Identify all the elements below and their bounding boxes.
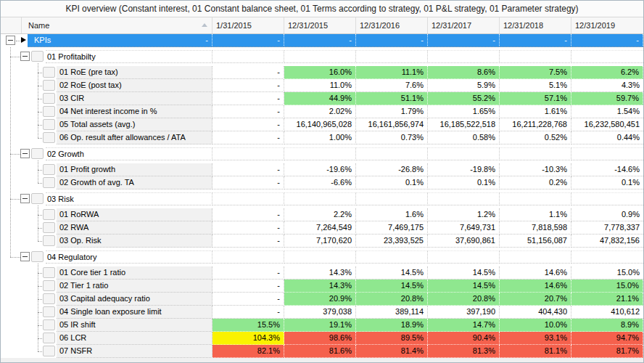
row-indicator-cell[interactable]	[43, 267, 55, 278]
value-cell[interactable]	[356, 50, 428, 63]
value-cell[interactable]: 1.1%	[500, 208, 571, 221]
value-cell[interactable]: 7,649,731	[428, 221, 500, 234]
row-label[interactable]: 02 RoE (post tax)	[57, 79, 212, 92]
kpi-row[interactable]: 05 IR shift 15.5% 19.1% 18.9% 14.7% 10.0…	[1, 319, 643, 332]
value-cell[interactable]: 7,818,598	[500, 221, 571, 234]
value-cell[interactable]: -	[571, 34, 643, 47]
row-indicator-cell[interactable]	[31, 251, 44, 262]
value-cell[interactable]: 104.3%	[212, 332, 284, 345]
value-cell[interactable]: 8.6%	[428, 66, 500, 79]
value-cell[interactable]: -	[212, 293, 284, 306]
row-label[interactable]: 02 Tier 1 ratio	[57, 280, 212, 293]
value-cell[interactable]: 14.7%	[428, 319, 500, 332]
value-cell[interactable]	[284, 250, 356, 264]
value-cell[interactable]: 20.7%	[500, 293, 571, 306]
value-cell[interactable]: 0.1%	[356, 176, 428, 189]
value-cell[interactable]	[284, 50, 356, 63]
value-cell[interactable]: 81.3%	[428, 345, 500, 358]
value-cell[interactable]: 19.1%	[284, 319, 356, 332]
value-cell[interactable]	[571, 250, 643, 264]
value-cell[interactable]: 397,190	[428, 306, 500, 319]
value-cell[interactable]	[212, 50, 284, 63]
value-cell[interactable]: -	[212, 280, 284, 293]
value-cell[interactable]: 93.1%	[500, 332, 571, 345]
value-cell[interactable]: 47,832,156	[571, 234, 643, 248]
row-indicator-cell[interactable]	[31, 148, 44, 159]
group-row[interactable]: 01 Profitabilty	[1, 50, 643, 63]
kpi-root-row[interactable]: KPIs - - - - - - -	[1, 34, 643, 47]
row-indicator-cell[interactable]	[43, 119, 55, 130]
value-cell[interactable]	[284, 192, 356, 205]
value-cell[interactable]: 10.0%	[500, 319, 571, 332]
value-cell[interactable]: -14.6%	[571, 163, 643, 176]
value-cell[interactable]: 7.5%	[500, 66, 571, 79]
row-indicator-cell[interactable]	[43, 132, 55, 143]
row-indicator-cell[interactable]	[43, 106, 55, 117]
value-cell[interactable]: 7,170,620	[284, 234, 356, 248]
value-cell[interactable]: 16,211,228,768	[500, 118, 571, 131]
kpi-row[interactable]: 03 Capital adequacy ratio - 20.9% 20.8% …	[1, 293, 643, 306]
row-label[interactable]: 01 RoRWA	[57, 208, 212, 221]
value-cell[interactable]: -	[212, 266, 284, 280]
value-cell[interactable]: 404,430	[500, 306, 571, 319]
value-cell[interactable]	[212, 147, 284, 160]
value-cell[interactable]	[571, 147, 643, 160]
row-indicator-cell[interactable]	[43, 93, 55, 104]
value-cell[interactable]: 14.6%	[500, 266, 571, 280]
value-cell[interactable]: 4.3%	[571, 79, 643, 92]
row-indicator-cell[interactable]	[31, 193, 44, 204]
value-cell[interactable]: 94.7%	[571, 332, 643, 345]
kpi-row[interactable]: 01 Core tier 1 ratio - 14.3% 14.5% 14.5%…	[1, 266, 643, 280]
value-cell[interactable]: 81.4%	[356, 345, 428, 358]
row-label[interactable]: 01 Profit growth	[57, 163, 212, 176]
row-indicator-cell[interactable]	[43, 293, 55, 304]
value-cell[interactable]: -	[212, 92, 284, 105]
value-cell[interactable]: 1.79%	[356, 105, 428, 118]
value-cell[interactable]: -	[284, 34, 356, 47]
value-cell[interactable]: 379,038	[284, 306, 356, 319]
row-indicator-cell[interactable]	[43, 306, 55, 317]
value-cell[interactable]: 14.5%	[428, 266, 500, 280]
row-label[interactable]: 05 IR shift	[57, 319, 212, 332]
column-header-date-4[interactable]: 12/31/2017	[428, 17, 500, 33]
column-header-name[interactable]: Name	[22, 17, 212, 33]
value-cell[interactable]: 11.0%	[284, 79, 356, 92]
group-row[interactable]: 02 Growth	[1, 147, 643, 160]
row-label[interactable]: 06 Op. result after allowances / ATA	[57, 131, 212, 144]
value-cell[interactable]	[428, 192, 500, 205]
row-indicator-cell[interactable]	[43, 319, 55, 330]
kpi-row[interactable]: 02 RoE (post tax) - 11.0% 7.6% 5.9% 5.1%…	[1, 79, 643, 92]
value-cell[interactable]: -	[212, 221, 284, 234]
value-cell[interactable]: 16,232,580,451	[571, 118, 643, 131]
row-label[interactable]: 07 NSFR	[57, 345, 212, 358]
value-cell[interactable]: -10.3%	[500, 163, 571, 176]
value-cell[interactable]: 14.3%	[284, 266, 356, 280]
value-cell[interactable]: 7,264,549	[284, 221, 356, 234]
value-cell[interactable]: 89.5%	[356, 332, 428, 345]
column-header-date-2[interactable]: 12/31/2015	[284, 17, 356, 33]
value-cell[interactable]: -	[500, 34, 571, 47]
column-header-date-6[interactable]: 12/31/2019	[571, 17, 643, 33]
expand-collapse-box[interactable]	[20, 194, 30, 203]
value-cell[interactable]: 0.2%	[500, 176, 571, 189]
value-cell[interactable]	[500, 50, 571, 63]
value-cell[interactable]: 1.6%	[356, 208, 428, 221]
value-cell[interactable]: 1.2%	[428, 208, 500, 221]
row-label[interactable]: 03 Capital adequacy ratio	[57, 293, 212, 306]
row-label[interactable]: 02 Growth of avg. TA	[57, 176, 212, 189]
value-cell[interactable]	[356, 250, 428, 264]
row-indicator-cell[interactable]	[43, 67, 55, 78]
row-label[interactable]: 05 Total assets (avg.)	[57, 118, 212, 131]
value-cell[interactable]: 37,690,861	[428, 234, 500, 248]
value-cell[interactable]	[284, 147, 356, 160]
value-cell[interactable]: 11.1%	[356, 66, 428, 79]
value-cell[interactable]: 20.8%	[428, 293, 500, 306]
value-cell[interactable]: -6.6%	[284, 176, 356, 189]
group-label[interactable]: 03 Risk	[46, 192, 212, 205]
value-cell[interactable]: 59.7%	[571, 92, 643, 105]
row-label[interactable]: 03 Op. Risk	[57, 234, 212, 248]
value-cell[interactable]: 57.1%	[500, 92, 571, 105]
value-cell[interactable]: -26.8%	[356, 163, 428, 176]
row-indicator-cell[interactable]	[43, 235, 55, 246]
value-cell[interactable]: -	[212, 306, 284, 319]
